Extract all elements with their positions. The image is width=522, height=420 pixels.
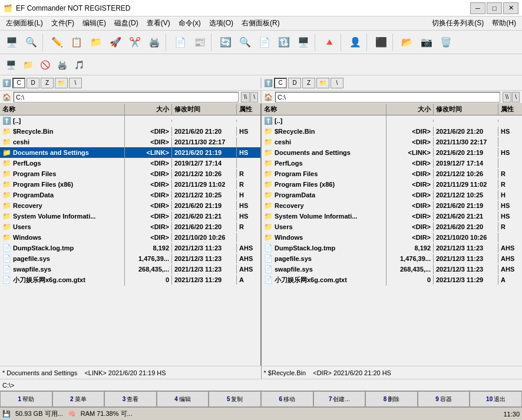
left-path-input[interactable] (14, 92, 239, 102)
right-path-input[interactable] (275, 92, 500, 102)
left-nav-back[interactable]: \ (250, 92, 258, 102)
tb-sync2-button[interactable]: 🔃 (275, 33, 293, 52)
func-key-8-button[interactable]: 8 删除 (365, 391, 418, 407)
right-nav-back[interactable]: \ (512, 92, 520, 102)
right-col-name[interactable]: 名称 (262, 104, 386, 115)
right-updir-row[interactable]: ⬆️ [..] (262, 115, 522, 126)
tb-find-button[interactable]: 🔍 (236, 33, 255, 52)
tb-trash-button[interactable]: 🗑️ (437, 33, 455, 52)
tb-folder-button[interactable]: 📂 (398, 33, 417, 52)
tb2-print2-button[interactable]: 🖨️ (54, 57, 70, 73)
right-file-row[interactable]: 📄小刀娱乐网x6g.com.gtxt02021/12/3 11:29A (262, 275, 522, 285)
right-file-row[interactable]: 📁Program Files<DIR>2021/12/2 10:26R (262, 168, 522, 179)
right-file-row[interactable]: 📁Windows<DIR>2021/10/20 10:26 (262, 232, 522, 243)
close-button[interactable]: ✕ (503, 2, 518, 14)
right-file-row[interactable]: 📁ProgramData<DIR>2021/12/2 10:25H (262, 190, 522, 200)
menu-left-panel[interactable]: 左侧面板(L) (2, 17, 47, 29)
tb2-music-button[interactable]: 🎵 (71, 57, 87, 73)
func-key-1-button[interactable]: 1 帮助 (0, 391, 52, 407)
right-file-row[interactable]: 📄DumpStack.log.tmp8,1922021/12/3 11:23AH… (262, 243, 522, 253)
right-file-row[interactable]: 📁Recovery<DIR>2021/6/20 21:19HS (262, 200, 522, 211)
tb-home-button[interactable]: 🖥️ (2, 33, 21, 52)
left-file-row[interactable]: 📄pagefile.sys1,476,39...2021/12/3 11:23A… (0, 253, 260, 264)
tb-cmd-button[interactable]: ⬛ (372, 33, 391, 52)
func-key-6-button[interactable]: 6 移动 (261, 391, 313, 407)
func-key-5-button[interactable]: 5 复制 (209, 391, 261, 407)
left-nav-up[interactable]: \\ (241, 92, 250, 102)
menu-command[interactable]: 命令(x) (175, 17, 204, 29)
right-col-attr[interactable]: 属性 (498, 104, 522, 115)
func-key-7-button[interactable]: 7 创建... (313, 391, 366, 407)
left-col-attr[interactable]: 属性 (237, 104, 260, 115)
right-file-row[interactable]: 📁ceshi<DIR>2021/11/30 22:17 (262, 137, 522, 147)
func-key-2-button[interactable]: 2 菜单 (52, 391, 105, 407)
right-file-row[interactable]: 📄swapfile.sys268,435,...2021/12/3 11:23A… (262, 264, 522, 275)
left-file-row[interactable]: 📁Windows<DIR>2021/10/20 10:26 (0, 232, 260, 243)
tb2-desktop-button[interactable]: 🖥️ (2, 57, 19, 73)
right-drive-c[interactable]: C (274, 78, 287, 88)
minimize-button[interactable]: ─ (470, 2, 485, 14)
tb-move-button[interactable]: 🚀 (106, 33, 125, 52)
right-col-size[interactable]: 大小 (386, 104, 434, 115)
maximize-button[interactable]: □ (487, 2, 502, 14)
tb-sync-button[interactable]: 📄 (255, 33, 274, 52)
left-file-row[interactable]: 📁Recovery<DIR>2021/6/20 21:19HS (0, 200, 260, 211)
tb-refresh-button[interactable]: 🔄 (216, 33, 235, 52)
left-drive-d[interactable]: D (27, 78, 39, 88)
left-drive-bs[interactable]: \ (69, 78, 82, 88)
tb-delete-button[interactable]: ✂️ (125, 33, 144, 52)
tb-triangle-button[interactable]: 🔺 (320, 33, 339, 52)
right-file-row[interactable]: 📁Users<DIR>2021/6/20 21:20R (262, 221, 522, 232)
tb-properties-button[interactable]: 🖨️ (145, 33, 164, 52)
tb2-folder-red-button[interactable]: 📁 (19, 57, 36, 73)
left-file-row[interactable]: 📁PerfLogs<DIR>2019/12/7 17:14 (0, 158, 260, 168)
menu-file[interactable]: 文件(F) (48, 17, 78, 29)
right-drive-folder[interactable]: 📁 (316, 78, 329, 88)
left-col-date[interactable]: 修改时间 (172, 104, 237, 115)
tb-mail-button[interactable]: 📰 (190, 33, 209, 52)
left-file-row[interactable]: 📁Program Files<DIR>2021/12/2 10:26R (0, 168, 260, 179)
menu-options[interactable]: 选项(O) (206, 17, 237, 29)
left-file-row[interactable]: 📄小刀娱乐网x6g.com.gtxt02021/12/3 11:29A (0, 275, 260, 285)
menu-switch-list[interactable]: 切换任务列表(S) (428, 17, 487, 29)
left-drive-c[interactable]: C (12, 78, 25, 88)
right-drive-d[interactable]: D (288, 78, 301, 88)
left-file-row[interactable]: 📁$Recycle.Bin<DIR>2021/6/20 21:20HS (0, 126, 260, 137)
right-file-row[interactable]: 📁$Recycle.Bin<DIR>2021/6/20 21:20HS (262, 126, 522, 137)
menu-edit[interactable]: 编辑(E) (79, 17, 110, 29)
tb-camera-button[interactable]: 📷 (417, 33, 436, 52)
left-file-row[interactable]: 📁ProgramData<DIR>2021/12/2 10:25H (0, 190, 260, 200)
tb-new-button[interactable]: 📋 (67, 33, 86, 52)
right-col-date[interactable]: 修改时间 (434, 104, 498, 115)
tb-monitor-button[interactable]: 🖥️ (294, 33, 313, 52)
menu-help[interactable]: 帮助(H) (488, 17, 520, 29)
right-file-row[interactable]: 📁Documents and Settings<LINK>2021/6/20 2… (262, 147, 522, 158)
tb-copy-button[interactable]: 📁 (87, 33, 105, 52)
tb2-no-button[interactable]: 🚫 (37, 57, 53, 73)
left-file-row[interactable]: 📁Documents and Settings<LINK>2021/6/20 2… (0, 147, 260, 158)
left-file-row[interactable]: 📁Users<DIR>2021/6/20 21:20R (0, 221, 260, 232)
left-drive-folder[interactable]: 📁 (55, 78, 68, 88)
left-file-row[interactable]: 📁Program Files (x86)<DIR>2021/11/29 11:0… (0, 179, 260, 190)
right-file-row[interactable]: 📁Program Files (x86)<DIR>2021/11/29 11:0… (262, 179, 522, 190)
func-key-4-button[interactable]: 4 编辑 (157, 391, 209, 407)
menu-view[interactable]: 查看(V) (143, 17, 174, 29)
func-key-3-button[interactable]: 3 查看 (104, 391, 157, 407)
right-nav-up[interactable]: \\ (503, 92, 512, 102)
right-file-row[interactable]: 📄pagefile.sys1,476,39...2021/12/3 11:23A… (262, 253, 522, 264)
left-file-row[interactable]: 📁System Volume Informati...<DIR>2021/6/2… (0, 211, 260, 221)
left-drive-z[interactable]: Z (41, 78, 54, 88)
left-col-size[interactable]: 大小 (125, 104, 172, 115)
tb-user-button[interactable]: 👤 (346, 33, 365, 52)
tb-edit-button[interactable]: ✏️ (48, 33, 67, 52)
right-file-row[interactable]: 📁PerfLogs<DIR>2019/12/7 17:14 (262, 158, 522, 168)
right-drive-bs[interactable]: \ (331, 78, 343, 88)
func-key-10-button[interactable]: 10 退出 (470, 391, 522, 407)
func-key-9-button[interactable]: 9 容器 (418, 391, 470, 407)
right-drive-z[interactable]: Z (302, 78, 315, 88)
menu-disk[interactable]: 磁盘(D) (111, 17, 142, 29)
menu-right-panel[interactable]: 右侧面板(R) (238, 17, 283, 29)
left-file-row[interactable]: 📁ceshi<DIR>2021/11/30 22:17 (0, 137, 260, 147)
left-col-name[interactable]: 名称 (0, 104, 125, 115)
right-file-row[interactable]: 📁System Volume Informati...<DIR>2021/6/2… (262, 211, 522, 221)
